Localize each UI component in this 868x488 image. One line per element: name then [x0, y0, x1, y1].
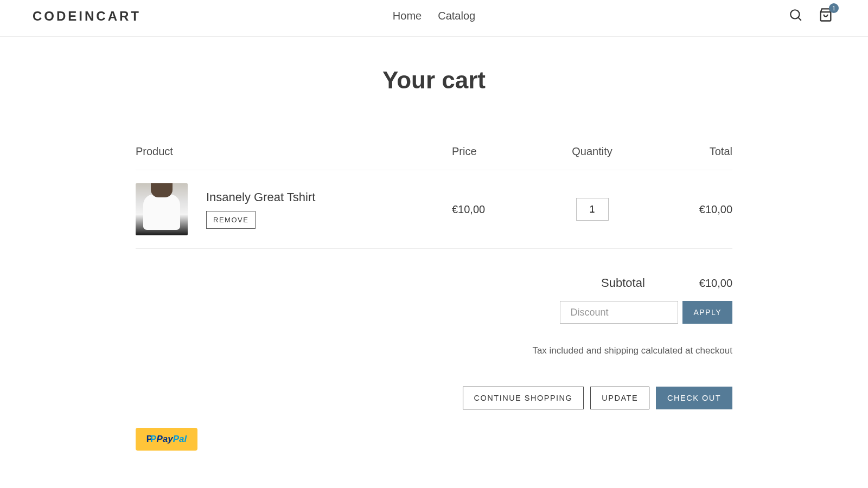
search-icon	[789, 8, 803, 22]
discount-input[interactable]	[560, 301, 678, 324]
cart-button[interactable]: 1	[816, 5, 835, 27]
col-header-quantity: Quantity	[541, 145, 643, 170]
svg-point-0	[790, 10, 799, 18]
product-name[interactable]: Insanely Great Tshirt	[206, 190, 315, 204]
checkout-button[interactable]: CHECK OUT	[656, 387, 732, 409]
quantity-input[interactable]	[576, 198, 609, 221]
subtotal-value: €10,00	[699, 277, 732, 290]
nav-catalog[interactable]: Catalog	[438, 10, 475, 22]
paypal-button[interactable]: PPPayPal	[136, 428, 197, 451]
tax-shipping-note: Tax included and shipping calculated at …	[532, 345, 732, 356]
product-thumbnail[interactable]	[136, 183, 188, 235]
apply-discount-button[interactable]: APPLY	[682, 301, 732, 324]
col-header-price: Price	[452, 145, 541, 170]
col-header-total: Total	[643, 145, 732, 170]
cart-summary: Subtotal €10,00 APPLY Tax included and s…	[136, 276, 732, 409]
remove-button[interactable]: REMOVE	[206, 211, 256, 229]
svg-line-1	[798, 17, 801, 20]
cart-page: Your cart Product Price Quantity Total	[136, 67, 732, 483]
nav-home[interactable]: Home	[393, 10, 422, 22]
search-button[interactable]	[787, 6, 805, 26]
update-cart-button[interactable]: UPDATE	[590, 387, 649, 409]
header-actions: 1	[787, 5, 835, 27]
site-header: CODEINCART Home Catalog 1	[0, 0, 868, 37]
cart-count-badge: 1	[829, 3, 839, 13]
page-title: Your cart	[136, 67, 732, 94]
line-price: €10,00	[452, 170, 541, 249]
line-total: €10,00	[643, 170, 732, 249]
site-logo[interactable]: CODEINCART	[33, 9, 141, 24]
continue-shopping-button[interactable]: CONTINUE SHOPPING	[463, 387, 584, 409]
paypal-logo-icon: PPPayPal	[146, 434, 187, 445]
cart-row: Insanely Great Tshirt REMOVE €10,00 €10,…	[136, 170, 732, 249]
col-header-product: Product	[136, 145, 452, 170]
cart-table: Product Price Quantity Total Insanely Gr…	[136, 145, 732, 249]
primary-nav: Home Catalog	[393, 10, 475, 22]
subtotal-label: Subtotal	[601, 276, 645, 290]
